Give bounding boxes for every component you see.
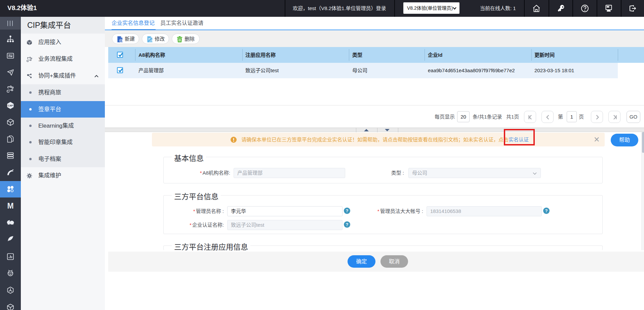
svg-text:?: ? — [346, 222, 349, 227]
svg-text:M: M — [7, 202, 13, 210]
svg-text:CAP: CAP — [8, 104, 13, 107]
svg-text:?: ? — [545, 208, 548, 213]
svg-text:?: ? — [346, 208, 349, 213]
